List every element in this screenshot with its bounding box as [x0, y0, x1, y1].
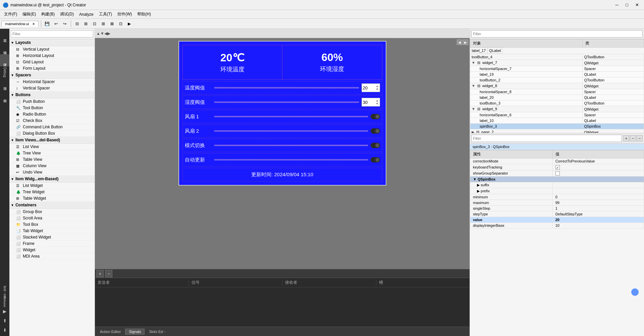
- tab-action-editor[interactable]: Action Editor: [96, 329, 124, 335]
- nav-release[interactable]: Release: [0, 297, 9, 307]
- nav-run[interactable]: ▶: [0, 307, 9, 316]
- item-vertical-layout[interactable]: ⊟ Vertical Layout: [9, 46, 95, 53]
- remove-signal-btn[interactable]: −: [105, 270, 112, 277]
- widget8-expand[interactable]: ▼: [472, 84, 475, 88]
- prop-suffix[interactable]: ▶ suffix: [470, 182, 644, 188]
- object-row-toolbutton4[interactable]: toolButton_4 QToolButton: [470, 54, 644, 60]
- humidity-spinbox[interactable]: 30 ▲▼: [362, 98, 380, 107]
- fan1-toggle[interactable]: [371, 114, 380, 119]
- object-row-page2[interactable]: ▶ ⊟ page_2 QWidget: [470, 129, 644, 133]
- object-row-label19[interactable]: label_19 QLabel: [470, 72, 644, 77]
- nav-stop[interactable]: ⬇: [0, 325, 9, 335]
- item-tree-widget[interactable]: 🌲 Tree Widget: [9, 189, 95, 195]
- section-buttons[interactable]: ▼ Buttons: [9, 91, 95, 98]
- temp-spinbox[interactable]: 20 ▲▼: [362, 83, 380, 92]
- menu-edit[interactable]: 编辑(E): [20, 11, 39, 18]
- section-containers[interactable]: ▼ Containers: [9, 202, 95, 209]
- prop-keyboardTracking[interactable]: keyboardTracking: [470, 164, 644, 171]
- auto-toggle[interactable]: [371, 157, 380, 162]
- widget9-expand[interactable]: ▼: [472, 107, 475, 111]
- item-form-layout[interactable]: ⊞ Form Layout: [9, 65, 95, 72]
- item-undo-view[interactable]: ↩ Undo View: [9, 169, 95, 176]
- nav-debug[interactable]: Debug: [0, 66, 9, 78]
- nav-help[interactable]: 帮助: [0, 90, 9, 103]
- props-filter-input[interactable]: [471, 135, 622, 142]
- item-push-button[interactable]: ⬜ Push Button: [9, 98, 95, 105]
- object-row-hspacer6[interactable]: horizontalSpacer_6 Spacer: [470, 112, 644, 118]
- prop-stepType[interactable]: stepType DefaultStepType: [470, 211, 644, 217]
- toolbar-btn-2[interactable]: ↩: [52, 20, 60, 27]
- item-dialog-button-box[interactable]: ⬜ Dialog Button Box: [9, 130, 95, 137]
- object-row-hspacer8[interactable]: horizontalSpacer_8 Spacer: [470, 89, 644, 95]
- file-tab[interactable]: mainwindow.ui ✕: [1, 21, 39, 27]
- object-row-widget9[interactable]: ▼ ⊟ widget_9 QWidget: [470, 106, 644, 112]
- toolbar-btn-layout-h[interactable]: ⊟: [73, 20, 81, 27]
- maximize-button[interactable]: □: [623, 2, 631, 8]
- item-group-box[interactable]: ⬜ Group Box: [9, 209, 95, 215]
- nav-welcome[interactable]: 欢迎: [0, 30, 9, 42]
- item-stacked-widget[interactable]: ⬜ Stacked Widget: [9, 234, 95, 241]
- item-mdi-area[interactable]: ⬜ MDI Area: [9, 253, 95, 260]
- toolbar-btn-3[interactable]: ↪: [61, 20, 68, 27]
- item-list-view[interactable]: ☰ List View: [9, 144, 95, 150]
- prop-singleStep[interactable]: singleStep 1: [470, 206, 644, 211]
- keyboard-tracking-checkbox[interactable]: [555, 165, 560, 170]
- item-table-view[interactable]: ⊞ Table View: [9, 156, 95, 163]
- nav-project[interactable]: 项目: [0, 78, 9, 90]
- prop-maximum[interactable]: maximum 99: [470, 200, 644, 206]
- section-layouts[interactable]: ▼ Layouts: [9, 39, 95, 46]
- menu-file[interactable]: 文件(F): [1, 11, 20, 18]
- item-scroll-area[interactable]: ⬜ Scroll Area: [9, 215, 95, 221]
- close-button[interactable]: ✕: [633, 2, 641, 8]
- item-check-box[interactable]: ☑ Check Box: [9, 118, 95, 124]
- item-tool-button[interactable]: 🔧 Tool Button: [9, 105, 95, 111]
- prop-prefix[interactable]: ▶ prefix: [470, 188, 644, 194]
- prop-displayIntegerBase[interactable]: displayIntegerBase 10: [470, 223, 644, 228]
- toolbar-btn-layout-g[interactable]: ⊡: [91, 20, 98, 27]
- props-collapse-btn[interactable]: −: [637, 135, 643, 141]
- scroll-left[interactable]: ◀: [457, 40, 462, 45]
- show-group-separator-checkbox[interactable]: [555, 171, 560, 176]
- canvas-area[interactable]: ◀ ▶ 20℃ 环境温度 60% 环境湿度 温度阀值: [95, 38, 470, 269]
- tab-slots-editor[interactable]: Slots Ed···: [145, 329, 169, 335]
- item-radio-button[interactable]: ◉ Radio Button: [9, 111, 95, 118]
- prop-correctionMode[interactable]: correctionMode CorrectToPreviousValue: [470, 158, 644, 164]
- add-signal-btn[interactable]: +: [96, 270, 104, 277]
- page2-expand[interactable]: ▶: [472, 130, 474, 133]
- nav-design[interactable]: 设计: [0, 54, 9, 66]
- object-filter-input[interactable]: [471, 30, 643, 38]
- nav-test[interactable]: test···ect.: [0, 288, 9, 297]
- item-list-widget[interactable]: ☰ List Widget: [9, 183, 95, 189]
- menu-help[interactable]: 帮助(H): [135, 11, 154, 18]
- item-frame[interactable]: ⬜ Frame: [9, 241, 95, 247]
- menu-debug[interactable]: 调试(D): [57, 11, 76, 18]
- section-spacers[interactable]: ▼ Spacers: [9, 72, 95, 79]
- object-row-hspacer7[interactable]: horizontalSpacer_7 Spacer: [470, 66, 644, 72]
- menu-analyze[interactable]: Analyze: [76, 11, 96, 17]
- menu-build[interactable]: 构建(B): [39, 11, 57, 18]
- toolbar-btn-1[interactable]: 💾: [44, 20, 51, 27]
- menu-controls[interactable]: 控件(W): [115, 11, 135, 18]
- item-column-view[interactable]: ▦ Column View: [9, 163, 95, 169]
- item-tab-widget[interactable]: 📑 Tab Widget: [9, 228, 95, 234]
- item-grid-layout[interactable]: ⊡ Grid Layout: [9, 59, 95, 65]
- toolbar-btn-preview[interactable]: ▶: [126, 20, 133, 27]
- prop-minimum[interactable]: minimum 0: [470, 194, 644, 200]
- prop-value[interactable]: value 20: [470, 217, 644, 223]
- item-horizontal-layout[interactable]: ⊞ Horizontal Layout: [9, 53, 95, 59]
- object-row-toolbutton3[interactable]: toolButton_3 QToolButton: [470, 100, 644, 106]
- menu-tools[interactable]: 工具(T): [96, 11, 115, 18]
- toolbar-btn-adj-size[interactable]: ⊡: [117, 20, 124, 27]
- toolbar-btn-layout-v[interactable]: ⊞: [82, 20, 90, 27]
- object-row-label20[interactable]: label_20 QLabel: [470, 95, 644, 100]
- fan2-toggle[interactable]: [371, 128, 380, 134]
- props-add-btn[interactable]: +: [623, 135, 629, 141]
- object-row-widget8[interactable]: ▼ ⊟ widget_8 QWidget: [470, 83, 644, 89]
- section-itemwidgets[interactable]: ▼ Item Widg...em-Based): [9, 176, 95, 183]
- nav-edit[interactable]: 编辑: [0, 42, 9, 54]
- item-table-widget[interactable]: ⊞ Table Widget: [9, 195, 95, 202]
- toolbar-btn-break[interactable]: ⊠: [108, 20, 116, 27]
- widget7-expand[interactable]: ▼: [472, 61, 475, 65]
- object-row-widget7[interactable]: ▼ ⊟ widget_7 QWidget: [470, 60, 644, 66]
- tab-signals[interactable]: Signals: [125, 329, 145, 335]
